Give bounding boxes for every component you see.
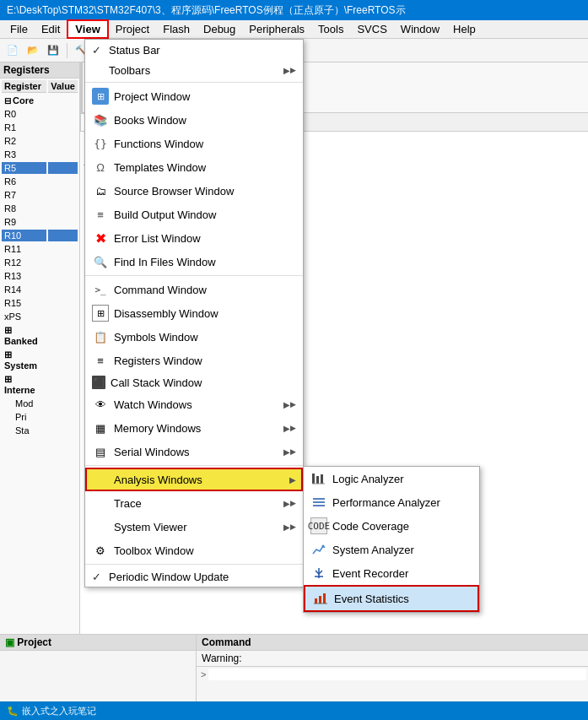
view-menu: ✓ Status Bar Toolbars ▶ ⊞ Project Window… bbox=[84, 39, 304, 587]
menu-item-analysis-windows[interactable]: Analysis Windows ▶ Logic Analyzer bbox=[85, 468, 303, 491]
system-viewer-label: System Viewer bbox=[114, 521, 283, 533]
analysis-windows-arrow: ▶ bbox=[289, 475, 296, 485]
menu-item-build-output[interactable]: ≡ Build Output Window bbox=[85, 203, 303, 226]
memory-arrow: ▶ bbox=[283, 424, 290, 433]
code-coverage-label: Code Coverage bbox=[332, 520, 472, 533]
find-in-files-label: Find In Files Window bbox=[114, 256, 296, 268]
menu-item-toolbars[interactable]: Toolbars ▶ bbox=[85, 60, 303, 80]
trace-arrow: ▶ bbox=[283, 499, 290, 508]
system-viewer-icon bbox=[92, 518, 109, 535]
svg-rect-12 bbox=[323, 593, 326, 604]
menu-item-error-list[interactable]: ✖ Error List Window bbox=[85, 226, 303, 250]
build-output-icon: ≡ bbox=[92, 206, 109, 223]
menu-project[interactable]: Project bbox=[109, 21, 156, 37]
error-list-icon: ✖ bbox=[92, 230, 109, 246]
logic-analyzer-label: Logic Analyzer bbox=[332, 473, 472, 485]
menu-sep-3 bbox=[85, 465, 303, 466]
call-stack-icon: ⬛ bbox=[92, 376, 105, 389]
menu-edit[interactable]: Edit bbox=[35, 21, 67, 37]
menu-item-trace[interactable]: Trace ▶ bbox=[85, 491, 303, 515]
performance-analyzer-icon bbox=[310, 494, 327, 511]
submenu-performance-analyzer[interactable]: Performance Analyzer bbox=[304, 490, 479, 514]
menu-item-disassembly[interactable]: ⊞ Disassembly Window bbox=[85, 301, 303, 325]
menu-help[interactable]: Help bbox=[446, 21, 483, 37]
submenu-system-analyzer[interactable]: System Analyzer bbox=[304, 538, 479, 561]
menu-debug[interactable]: Debug bbox=[197, 21, 242, 37]
disassembly-label: Disassembly Window bbox=[114, 307, 296, 320]
symbols-label: Symbols Window bbox=[114, 331, 296, 344]
periodic-check: ✓ bbox=[92, 571, 109, 583]
status-bar-check: ✓ bbox=[92, 44, 109, 57]
status-bar-label: Status Bar bbox=[109, 44, 296, 57]
menu-item-command-window[interactable]: >_ Command Window bbox=[85, 278, 303, 301]
title-text: E:\DeskTop\STM32\STM32F407\3、程序源码\FreeRT… bbox=[7, 3, 406, 18]
disassembly-icon: ⊞ bbox=[92, 305, 109, 322]
menu-item-symbols[interactable]: 📋 Symbols Window bbox=[85, 325, 303, 349]
menu-sep-1 bbox=[85, 82, 303, 83]
title-bar: E:\DeskTop\STM32\STM32F407\3、程序源码\FreeRT… bbox=[0, 0, 588, 20]
functions-window-icon: {} bbox=[92, 135, 109, 152]
event-statistics-icon bbox=[312, 590, 329, 607]
menu-item-watch[interactable]: 👁 Watch Windows ▶ bbox=[85, 392, 303, 416]
menu-item-status-bar[interactable]: ✓ Status Bar bbox=[85, 40, 303, 60]
performance-analyzer-label: Performance Analyzer bbox=[332, 496, 472, 509]
dropdown-overlay: ✓ Status Bar Toolbars ▶ ⊞ Project Window… bbox=[0, 39, 588, 720]
event-statistics-label: Event Statistics bbox=[334, 593, 471, 605]
svg-rect-0 bbox=[312, 474, 315, 484]
menu-item-source-browser[interactable]: 🗂 Source Browser Window bbox=[85, 179, 303, 203]
menu-item-registers[interactable]: ≡ Registers Window bbox=[85, 349, 303, 372]
menu-item-memory[interactable]: ▦ Memory Windows ▶ bbox=[85, 416, 303, 440]
menu-bar: File Edit View Project Flash Debug Perip… bbox=[0, 20, 588, 39]
menu-sep-4 bbox=[85, 564, 303, 565]
menu-item-project-window[interactable]: ⊞ Project Window bbox=[85, 84, 303, 108]
submenu-logic-analyzer[interactable]: Logic Analyzer bbox=[304, 467, 479, 490]
watch-arrow: ▶ bbox=[283, 400, 290, 409]
svg-rect-11 bbox=[319, 596, 321, 604]
menu-item-find-in-files[interactable]: 🔍 Find In Files Window bbox=[85, 250, 303, 273]
svg-point-7 bbox=[322, 545, 325, 548]
build-output-label: Build Output Window bbox=[114, 208, 296, 221]
system-analyzer-label: System Analyzer bbox=[332, 544, 472, 556]
toolbars-arrow: ▶ bbox=[283, 66, 290, 75]
menu-item-periodic-update[interactable]: ✓ Periodic Window Update bbox=[85, 566, 303, 587]
toolbox-label: Toolbox Window bbox=[114, 544, 296, 557]
menu-tools[interactable]: Tools bbox=[311, 21, 350, 37]
books-window-label: Books Window bbox=[114, 114, 296, 127]
event-recorder-icon bbox=[310, 565, 327, 582]
command-window-icon: >_ bbox=[92, 281, 109, 298]
menu-window[interactable]: Window bbox=[394, 21, 446, 37]
toolbars-label: Toolbars bbox=[109, 64, 283, 77]
menu-file[interactable]: File bbox=[3, 21, 35, 37]
submenu-event-recorder[interactable]: Event Recorder bbox=[304, 561, 479, 585]
memory-label: Memory Windows bbox=[114, 422, 283, 435]
source-browser-icon: 🗂 bbox=[92, 182, 109, 199]
registers-label: Registers Window bbox=[114, 355, 296, 367]
memory-icon: ▦ bbox=[92, 420, 109, 436]
menu-view[interactable]: View bbox=[67, 19, 108, 39]
svg-rect-10 bbox=[315, 598, 317, 604]
menu-item-templates-window[interactable]: Ω Templates Window bbox=[85, 155, 303, 179]
books-window-icon: 📚 bbox=[92, 111, 109, 128]
menu-item-serial[interactable]: ▤ Serial Windows ▶ bbox=[85, 440, 303, 463]
analysis-submenu: Logic Analyzer Performance Analyzer CODE bbox=[303, 466, 480, 613]
analysis-windows-icon bbox=[92, 471, 109, 488]
menu-peripherals[interactable]: Peripherals bbox=[242, 21, 311, 37]
analysis-windows-label: Analysis Windows bbox=[114, 474, 289, 486]
submenu-code-coverage[interactable]: CODE Code Coverage bbox=[304, 514, 479, 538]
menu-svcs[interactable]: SVCS bbox=[350, 21, 393, 37]
functions-window-label: Functions Window bbox=[114, 138, 296, 150]
registers-icon: ≡ bbox=[92, 352, 109, 369]
menu-item-functions-window[interactable]: {} Functions Window bbox=[85, 132, 303, 155]
trace-label: Trace bbox=[114, 497, 283, 510]
menu-flash[interactable]: Flash bbox=[156, 21, 197, 37]
symbols-icon: 📋 bbox=[92, 328, 109, 345]
menu-item-system-viewer[interactable]: System Viewer ▶ bbox=[85, 515, 303, 539]
periodic-label: Periodic Window Update bbox=[109, 571, 296, 583]
submenu-event-statistics[interactable]: Event Statistics bbox=[304, 585, 479, 612]
watch-label: Watch Windows bbox=[114, 398, 283, 411]
menu-item-books-window[interactable]: 📚 Books Window bbox=[85, 108, 303, 132]
menu-item-toolbox[interactable]: ⚙ Toolbox Window bbox=[85, 539, 303, 562]
menu-item-call-stack[interactable]: ⬛ Call Stack Window bbox=[85, 372, 303, 392]
serial-label: Serial Windows bbox=[114, 446, 283, 458]
event-recorder-label: Event Recorder bbox=[332, 567, 472, 580]
